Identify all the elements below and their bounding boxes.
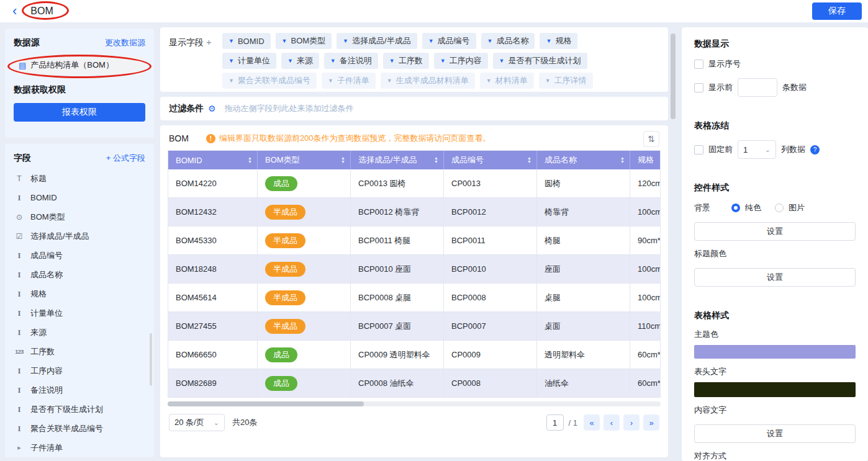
field-item[interactable]: I 成品编号 <box>14 246 145 265</box>
theme-color-swatch[interactable] <box>694 345 856 359</box>
back-icon[interactable]: ‹ <box>12 4 17 18</box>
field-item[interactable]: I 规格 <box>14 284 145 303</box>
report-permission-button[interactable]: 报表权限 <box>14 103 145 122</box>
table-horizontal-scrollbar[interactable] <box>168 401 661 406</box>
main-vertical-scrollbar[interactable] <box>671 30 676 457</box>
sort-arrows-icon[interactable]: ▲▼ <box>620 156 625 164</box>
last-page-button[interactable]: » <box>643 414 659 431</box>
field-item[interactable]: I 聚合关联半成品编号 <box>14 419 145 438</box>
sort-arrows-icon[interactable]: ▲▼ <box>248 156 252 164</box>
fields-heading: 字段 <box>14 153 31 164</box>
field-chip-inactive[interactable]: ▼ 材料清单 <box>480 73 534 89</box>
field-item[interactable]: I 备注说明 <box>14 380 145 400</box>
field-chip[interactable]: ▼ 规格 <box>540 33 577 49</box>
chip-label: 成品名称 <box>496 35 528 47</box>
gear-icon[interactable]: ⚙ <box>208 104 216 114</box>
field-item[interactable]: ▸ 子件清单 <box>14 438 145 457</box>
field-chip[interactable]: ▼ 是否有下级生成计划 <box>493 53 587 69</box>
field-type-icon: T <box>14 174 25 183</box>
field-item[interactable]: ⊙ BOM类型 <box>14 207 145 226</box>
chevron-down-icon: ▼ <box>228 58 234 64</box>
field-item[interactable]: 123 工序数 <box>14 342 145 361</box>
table-header-cell[interactable]: BOM类型 ▲▼ <box>258 151 351 169</box>
chip-label: 生成半成品材料清单 <box>396 75 469 86</box>
field-chip[interactable]: ▼ 选择成品/半成品 <box>337 33 417 49</box>
image-radio[interactable] <box>775 204 784 212</box>
field-chip-inactive[interactable]: ▼ 生成半成品材料清单 <box>381 73 475 89</box>
show-first-checkbox[interactable] <box>694 83 703 92</box>
filter-panel[interactable]: 过滤条件 ⚙ 拖动左侧字段到此处来添加过滤条件 <box>160 97 668 120</box>
chevron-down-icon: ▼ <box>282 38 287 44</box>
field-item[interactable]: ☑ 选择成品/半成品 <box>14 226 145 246</box>
title-color-label: 标题颜色 <box>694 248 856 259</box>
field-chip-inactive[interactable]: ▼ 子件清单 <box>322 73 376 89</box>
field-chip[interactable]: ▼ 成品编号 <box>422 33 476 49</box>
freeze-count-select[interactable]: 1 ⌄ <box>738 140 776 159</box>
table-header-cell[interactable]: 成品编号 ▲▼ <box>444 151 537 169</box>
chevron-down-icon: ▼ <box>486 78 492 84</box>
field-item[interactable]: I 成品名称 <box>14 265 145 284</box>
field-item[interactable]: I BOMID <box>14 188 145 207</box>
table-header-cell[interactable]: BOMID ▲▼ <box>168 151 258 169</box>
freeze-columns-checkbox[interactable] <box>694 145 703 154</box>
solid-color-radio[interactable] <box>731 204 740 212</box>
field-chip-inactive[interactable]: ▼ 聚合关联半成品编号 <box>222 73 317 89</box>
field-chip[interactable]: ▼ 计量单位 <box>222 53 276 69</box>
field-chip[interactable]: ▼ 工序内容 <box>434 53 488 69</box>
field-item[interactable]: I 来源 <box>14 323 145 342</box>
field-chip[interactable]: ▼ BOMID <box>222 33 271 49</box>
table-header-cell[interactable]: 规格 ▲▼ <box>630 151 661 169</box>
selected-datasource[interactable]: ▤ 产品结构清单（BOM） <box>14 56 145 74</box>
table-header-cell[interactable]: 选择成品/半成品 ▲▼ <box>351 151 444 169</box>
field-chip[interactable]: ▼ 来源 <box>281 53 319 69</box>
change-datasource-link[interactable]: 更改数据源 <box>105 37 145 48</box>
freeze-prefix-label: 固定前 <box>708 144 733 155</box>
table-header-cell[interactable]: 成品名称 ▲▼ <box>537 151 630 169</box>
sort-order-button[interactable]: ⇅ <box>643 131 659 147</box>
help-icon[interactable]: ? <box>810 145 820 154</box>
sort-arrows-icon[interactable]: ▲▼ <box>434 156 438 164</box>
show-index-checkbox[interactable] <box>694 60 703 69</box>
horizontal-scrollbar-thumb[interactable] <box>168 401 364 406</box>
field-item[interactable]: T 标题 <box>14 169 145 188</box>
add-field-icon[interactable]: + <box>206 37 212 47</box>
field-item[interactable]: I 工序内容 <box>14 361 145 380</box>
field-chip[interactable]: ▼ 工序数 <box>383 53 429 69</box>
chip-label: 规格 <box>555 35 571 47</box>
first-page-button[interactable]: « <box>584 414 600 431</box>
cell-spec: 100cm* <box>630 198 661 226</box>
chip-label: 成品编号 <box>438 35 470 47</box>
content-text-set-button[interactable]: 设置 <box>694 424 856 443</box>
permission-heading: 数据获取权限 <box>14 84 145 96</box>
save-button[interactable]: 保存 <box>812 2 862 20</box>
table-row: BOM12432 半成品 BCP0012 椅靠背 BCP0012 椅靠背 100… <box>168 198 661 226</box>
title-color-set-button[interactable]: 设置 <box>694 268 856 287</box>
next-page-button[interactable]: › <box>623 414 640 431</box>
sort-arrows-icon[interactable]: ▲▼ <box>341 156 345 164</box>
field-item[interactable]: I 是否有下级生成计划 <box>14 400 145 419</box>
cell-product-name: 桌腿 <box>537 284 630 312</box>
table-preview-panel: BOM ! 编辑界面只取数据源前200条作为查询数据预览，完整数据请访问页面查看… <box>160 125 668 457</box>
fields-scrollbar-thumb[interactable] <box>150 333 152 386</box>
header-text-color-swatch[interactable] <box>694 382 856 397</box>
field-chip[interactable]: ▼ 成品名称 <box>481 33 535 49</box>
field-chip-inactive[interactable]: ▼ 工序详情 <box>539 73 593 89</box>
background-set-button[interactable]: 设置 <box>694 222 856 241</box>
field-chip[interactable]: ▼ 备注说明 <box>324 53 378 69</box>
show-first-count-input[interactable] <box>738 78 777 97</box>
cell-bom-type: 半成品 <box>258 312 351 341</box>
table-body: BOM14220 成品 CP0013 圆椅 CP0013 圆椅 120cm* B… <box>168 169 661 398</box>
page-number-input[interactable] <box>546 414 564 431</box>
field-type-icon: I <box>14 328 25 338</box>
vertical-scrollbar-thumb[interactable] <box>671 34 676 119</box>
display-fields-row-1: ▼ BOMID ▼ BOM类型 ▼ 选择成品/半成品 ▼ 成品编号 <box>222 33 659 49</box>
formula-field-link[interactable]: + 公式字段 <box>106 153 145 164</box>
cell-bom-type: 半成品 <box>258 226 351 255</box>
field-chip[interactable]: ▼ BOM类型 <box>276 33 332 49</box>
sort-arrows-icon[interactable]: ▲▼ <box>527 156 531 164</box>
top-bar: ‹ BOM 保存 <box>0 0 868 22</box>
prev-page-button[interactable]: ‹ <box>604 414 620 431</box>
preview-table: BOMID ▲▼ BOM类型 ▲▼ 选择成品/半成品 ▲▼ <box>168 150 661 398</box>
page-size-select[interactable]: 20 条/页 ⌄ <box>169 414 225 431</box>
field-item[interactable]: I 计量单位 <box>14 303 145 323</box>
